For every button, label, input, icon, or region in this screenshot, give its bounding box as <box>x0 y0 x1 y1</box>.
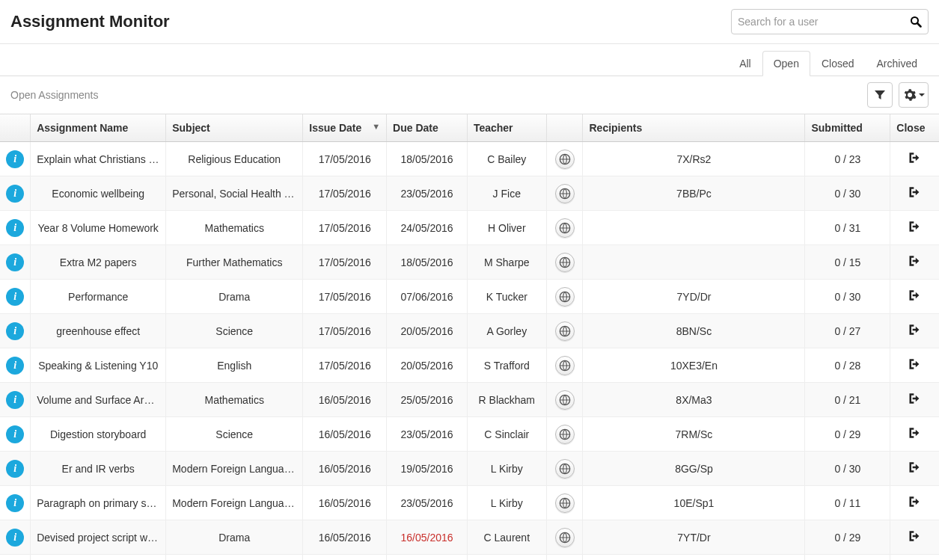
col-subject[interactable]: Subject <box>166 114 303 142</box>
recipients-cell: 7BB/Pc <box>583 176 805 211</box>
globe-icon[interactable] <box>555 493 575 513</box>
info-icon[interactable]: i <box>6 391 24 409</box>
settings-button[interactable] <box>899 82 929 108</box>
globe-icon[interactable] <box>555 253 575 272</box>
view-cell[interactable] <box>546 520 583 555</box>
col-submitted[interactable]: Submitted <box>805 114 890 142</box>
close-cell[interactable] <box>890 314 939 348</box>
col-view[interactable] <box>546 114 583 142</box>
info-icon[interactable]: i <box>6 322 24 340</box>
info-icon[interactable]: i <box>6 150 24 168</box>
view-cell[interactable] <box>546 142 583 176</box>
view-cell[interactable] <box>546 555 583 561</box>
view-cell[interactable] <box>546 211 583 245</box>
globe-icon[interactable] <box>555 184 575 203</box>
col-close[interactable]: Close <box>890 114 939 142</box>
close-cell[interactable] <box>890 383 939 417</box>
close-icon[interactable] <box>908 431 923 443</box>
table-viewport[interactable]: Assignment Name Subject Issue Date ▼ Due… <box>0 114 939 560</box>
info-cell[interactable]: i <box>0 555 31 561</box>
close-cell[interactable] <box>890 452 939 486</box>
info-cell[interactable]: i <box>0 142 31 176</box>
close-cell[interactable] <box>890 245 939 280</box>
info-cell[interactable]: i <box>0 245 31 280</box>
recipients-cell: 8X/Ma3 <box>583 383 805 417</box>
col-info[interactable] <box>0 114 31 142</box>
info-cell[interactable]: i <box>0 280 31 314</box>
search-container[interactable] <box>731 9 929 34</box>
close-icon[interactable] <box>908 224 923 236</box>
tab-open[interactable]: Open <box>762 51 810 76</box>
globe-icon[interactable] <box>555 150 575 169</box>
close-cell[interactable] <box>890 142 939 176</box>
close-cell[interactable] <box>890 486 939 520</box>
info-cell[interactable]: i <box>0 176 31 211</box>
col-issue-date[interactable]: Issue Date ▼ <box>303 114 387 142</box>
close-cell[interactable] <box>890 280 939 314</box>
close-icon[interactable] <box>908 293 923 305</box>
filter-button[interactable] <box>867 82 893 108</box>
view-cell[interactable] <box>546 245 583 280</box>
globe-icon[interactable] <box>555 528 575 547</box>
col-recipients[interactable]: Recipients <box>583 114 805 142</box>
search-input[interactable] <box>738 16 910 28</box>
tab-archived[interactable]: Archived <box>866 51 929 76</box>
globe-icon[interactable] <box>555 287 575 307</box>
info-cell[interactable]: i <box>0 348 31 383</box>
col-teacher[interactable]: Teacher <box>467 114 546 142</box>
close-cell[interactable] <box>890 520 939 555</box>
close-cell[interactable] <box>890 176 939 211</box>
globe-icon[interactable] <box>555 356 575 375</box>
info-cell[interactable]: i <box>0 383 31 417</box>
info-icon[interactable]: i <box>6 529 24 547</box>
close-cell[interactable] <box>890 211 939 245</box>
view-cell[interactable] <box>546 486 583 520</box>
info-cell[interactable]: i <box>0 486 31 520</box>
view-cell[interactable] <box>546 348 583 383</box>
table-row: iYear 8 Volume HomeworkMathematics17/05/… <box>0 211 939 245</box>
close-icon[interactable] <box>908 156 923 167</box>
close-icon[interactable] <box>908 362 923 374</box>
globe-icon[interactable] <box>555 425 575 444</box>
info-icon[interactable]: i <box>6 185 24 203</box>
globe-icon[interactable] <box>555 459 575 479</box>
close-icon[interactable] <box>908 534 923 546</box>
close-icon[interactable] <box>908 396 923 408</box>
view-cell[interactable] <box>546 417 583 452</box>
close-icon[interactable] <box>908 327 923 339</box>
info-icon[interactable]: i <box>6 288 24 306</box>
info-icon[interactable]: i <box>6 219 24 237</box>
view-cell[interactable] <box>546 452 583 486</box>
view-cell[interactable] <box>546 176 583 211</box>
info-icon[interactable]: i <box>6 253 24 271</box>
info-cell[interactable]: i <box>0 520 31 555</box>
globe-icon[interactable] <box>555 321 575 341</box>
close-cell[interactable] <box>890 417 939 452</box>
tab-all[interactable]: All <box>728 51 762 76</box>
view-cell[interactable] <box>546 280 583 314</box>
issue-cell: 16/05/2016 <box>303 417 387 452</box>
info-cell[interactable]: i <box>0 452 31 486</box>
close-cell[interactable] <box>890 555 939 561</box>
col-due-date[interactable]: Due Date <box>387 114 468 142</box>
info-cell[interactable]: i <box>0 211 31 245</box>
col-name[interactable]: Assignment Name <box>31 114 166 142</box>
tab-closed[interactable]: Closed <box>810 51 866 76</box>
close-icon[interactable] <box>908 499 923 511</box>
globe-icon[interactable] <box>555 390 575 410</box>
info-icon[interactable]: i <box>6 494 24 512</box>
close-icon[interactable] <box>908 465 923 477</box>
view-cell[interactable] <box>546 314 583 348</box>
info-cell[interactable]: i <box>0 417 31 452</box>
close-icon[interactable] <box>908 190 923 202</box>
close-icon[interactable] <box>908 259 923 271</box>
info-cell[interactable]: i <box>0 314 31 348</box>
close-cell[interactable] <box>890 348 939 383</box>
info-icon[interactable]: i <box>6 460 24 478</box>
view-cell[interactable] <box>546 383 583 417</box>
info-icon[interactable]: i <box>6 357 24 375</box>
info-icon[interactable]: i <box>6 425 24 443</box>
filter-icon <box>874 89 886 101</box>
due-cell: 19/05/2016 <box>387 452 468 486</box>
globe-icon[interactable] <box>555 218 575 238</box>
